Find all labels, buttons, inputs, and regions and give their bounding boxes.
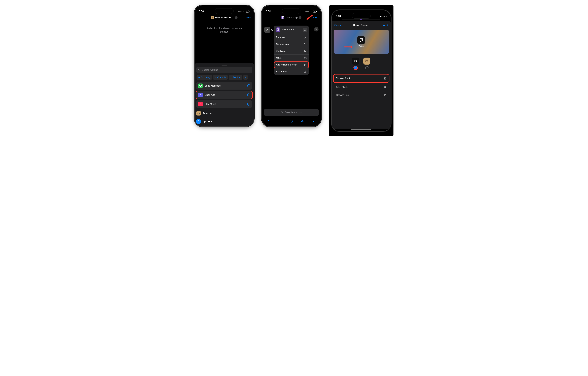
chip-controls[interactable]: ≡Controls bbox=[213, 75, 228, 80]
battery-icon: 89 bbox=[246, 10, 249, 12]
action-label: Open App bbox=[205, 94, 215, 96]
device-icon: ▯ bbox=[231, 76, 232, 79]
file-icon bbox=[384, 94, 387, 97]
radio-unselected[interactable] bbox=[365, 66, 368, 69]
status-time: 3:53 bbox=[336, 15, 341, 18]
undo-button[interactable] bbox=[267, 119, 271, 123]
home-screen-preview: Twitch bbox=[334, 30, 389, 54]
option-choose-file[interactable]: Choose File bbox=[334, 91, 389, 99]
plus-square-icon bbox=[304, 64, 307, 66]
menu-add-to-home-screen[interactable]: Add to Home Screen bbox=[274, 61, 309, 68]
dynamic-island bbox=[352, 13, 371, 19]
redo-button[interactable] bbox=[278, 119, 282, 123]
cancel-button[interactable]: Cancel bbox=[334, 24, 342, 27]
home-indicator[interactable] bbox=[351, 130, 371, 130]
search-input[interactable]: Search Actions bbox=[264, 109, 319, 116]
info-icon[interactable]: i bbox=[247, 93, 250, 96]
preview-card: Twitch bbox=[334, 30, 389, 54]
icon-choice-default[interactable] bbox=[363, 57, 370, 69]
done-button[interactable]: Done bbox=[245, 16, 251, 19]
menu-move[interactable]: Move bbox=[274, 55, 309, 61]
empty-hint: Add actions from below to create a short… bbox=[195, 21, 254, 33]
menu-label: Duplicate bbox=[276, 50, 286, 53]
option-label: Take Photo bbox=[336, 86, 348, 88]
option-label: Choose File bbox=[336, 94, 349, 97]
dynamic-island bbox=[215, 8, 234, 14]
menu-label: Move bbox=[276, 57, 282, 59]
chip-device[interactable]: ▯Device bbox=[229, 75, 242, 80]
search-icon bbox=[198, 69, 200, 71]
share-button[interactable] bbox=[303, 28, 307, 32]
messages-icon: 💬 bbox=[198, 84, 203, 88]
search-placeholder: Search Actions bbox=[202, 69, 218, 71]
home-indicator[interactable] bbox=[281, 125, 302, 125]
search-input[interactable]: Search Actions bbox=[196, 67, 252, 73]
action-play-music[interactable]: ♫ Play Music i bbox=[196, 100, 252, 108]
page-title[interactable]: Open App ⌄ bbox=[281, 16, 301, 19]
action-open-app[interactable]: ↗ Open App i bbox=[196, 91, 252, 99]
appstore-icon bbox=[196, 119, 201, 124]
page-title[interactable]: New Shortcut 1 ⌄ bbox=[211, 16, 237, 19]
icon-choice-custom[interactable] bbox=[352, 57, 359, 69]
option-label: Choose Photo bbox=[336, 77, 351, 80]
chevron-down-icon[interactable]: ⌄ bbox=[299, 16, 302, 19]
category-chips: ◈Scripting ≡Controls ▯Device ← bbox=[196, 75, 252, 80]
phone-screen-2: 3:51 •••• 89 Open App ⌄ Done ↗ C ✕ New S… bbox=[262, 5, 321, 126]
svg-rect-9 bbox=[384, 77, 386, 79]
chip-scripting[interactable]: ◈Scripting bbox=[197, 75, 212, 80]
folder-icon bbox=[304, 57, 307, 59]
duplicate-icon bbox=[304, 50, 307, 53]
camera-icon bbox=[384, 86, 387, 88]
action-appstore[interactable]: App Store bbox=[196, 118, 252, 125]
svg-point-11 bbox=[385, 87, 385, 88]
share-button[interactable] bbox=[301, 119, 304, 123]
menu-label: Choose Icon bbox=[276, 43, 289, 45]
run-button[interactable] bbox=[312, 119, 315, 123]
dynamic-island bbox=[282, 8, 301, 14]
action-amazon[interactable]: Amazon bbox=[196, 110, 252, 117]
chevron-down-icon[interactable]: ⌄ bbox=[235, 16, 238, 19]
music-icon: ♫ bbox=[198, 102, 203, 106]
shortcut-name-label: New Shortcut 1 bbox=[282, 28, 298, 31]
cellular-icon: •••• bbox=[305, 10, 309, 12]
menu-label: Rename bbox=[276, 36, 285, 39]
battery-icon: 89 bbox=[383, 15, 386, 17]
menu-export-file[interactable]: Export File bbox=[274, 68, 309, 75]
twitch-icon bbox=[352, 57, 359, 65]
app-name-label[interactable]: Twitch bbox=[358, 45, 364, 47]
title-label: New Shortcut 1 bbox=[215, 16, 234, 19]
wifi-icon bbox=[310, 10, 312, 12]
annotation-arrow-icon bbox=[344, 45, 353, 48]
grabber[interactable] bbox=[221, 65, 227, 66]
shortcuts-icon bbox=[211, 16, 214, 19]
menu-label: Export File bbox=[276, 70, 287, 73]
actions-sheet[interactable]: Search Actions ◈Scripting ≡Controls ▯Dev… bbox=[195, 63, 254, 126]
menu-rename[interactable]: Rename bbox=[274, 34, 309, 41]
wifi-icon bbox=[243, 10, 245, 12]
svg-point-0 bbox=[199, 69, 200, 70]
option-take-photo[interactable]: Take Photo bbox=[334, 83, 389, 91]
action-label: Send Message bbox=[205, 84, 221, 87]
add-button[interactable]: Add bbox=[383, 24, 388, 27]
page-title: Home Screen bbox=[353, 24, 369, 27]
svg-line-6 bbox=[282, 113, 283, 113]
svg-point-5 bbox=[281, 111, 283, 113]
action-block-label-partial: C bbox=[271, 28, 273, 31]
menu-choose-icon[interactable]: Choose Icon bbox=[274, 41, 309, 48]
info-button[interactable] bbox=[290, 119, 293, 123]
twitch-icon bbox=[281, 16, 284, 19]
search-icon bbox=[281, 111, 283, 114]
option-choose-photo[interactable]: Choose Photo bbox=[334, 75, 389, 82]
chip-more[interactable]: ← bbox=[243, 75, 248, 80]
battery-icon: 89 bbox=[313, 10, 316, 12]
cellular-icon: •••• bbox=[238, 10, 242, 12]
radio-selected[interactable] bbox=[354, 66, 357, 69]
photo-source-list: Choose Photo Take Photo Choose File bbox=[334, 75, 389, 99]
info-icon[interactable]: i bbox=[247, 103, 250, 106]
action-send-message[interactable]: 💬 Send Message i bbox=[196, 82, 252, 89]
menu-duplicate[interactable]: Duplicate bbox=[274, 48, 309, 55]
annotation-arrow-icon bbox=[305, 14, 313, 21]
info-icon[interactable]: i bbox=[247, 84, 250, 87]
status-time: 3:50 bbox=[199, 10, 204, 13]
clear-action-icon[interactable]: ✕ bbox=[314, 27, 318, 32]
